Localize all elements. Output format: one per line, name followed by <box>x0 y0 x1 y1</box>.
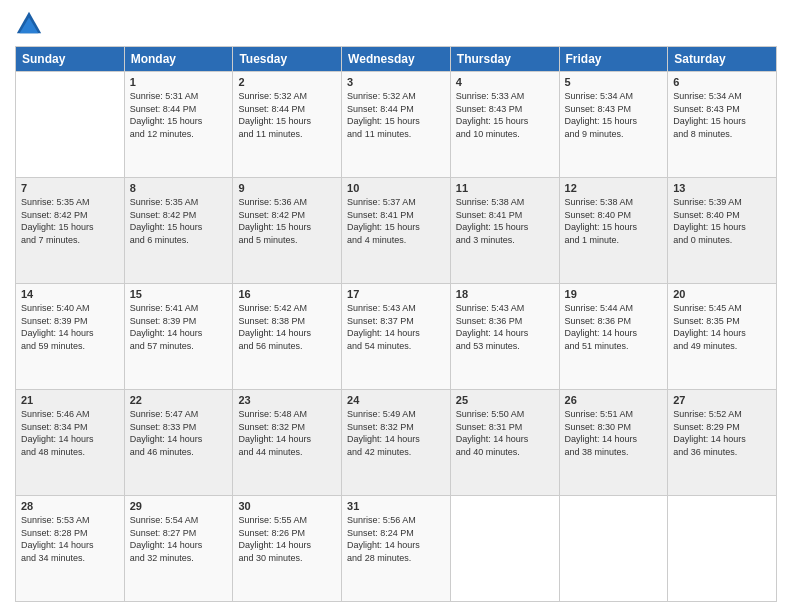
day-number: 27 <box>673 394 771 406</box>
week-row-1: 7Sunrise: 5:35 AM Sunset: 8:42 PM Daylig… <box>16 178 777 284</box>
calendar-cell: 4Sunrise: 5:33 AM Sunset: 8:43 PM Daylig… <box>450 72 559 178</box>
cell-content: Sunrise: 5:34 AM Sunset: 8:43 PM Dayligh… <box>565 90 663 140</box>
day-number: 13 <box>673 182 771 194</box>
cell-content: Sunrise: 5:40 AM Sunset: 8:39 PM Dayligh… <box>21 302 119 352</box>
header-cell-sunday: Sunday <box>16 47 125 72</box>
calendar-cell: 7Sunrise: 5:35 AM Sunset: 8:42 PM Daylig… <box>16 178 125 284</box>
day-number: 7 <box>21 182 119 194</box>
cell-content: Sunrise: 5:56 AM Sunset: 8:24 PM Dayligh… <box>347 514 445 564</box>
day-number: 15 <box>130 288 228 300</box>
cell-content: Sunrise: 5:42 AM Sunset: 8:38 PM Dayligh… <box>238 302 336 352</box>
calendar-cell: 29Sunrise: 5:54 AM Sunset: 8:27 PM Dayli… <box>124 496 233 602</box>
calendar-cell: 20Sunrise: 5:45 AM Sunset: 8:35 PM Dayli… <box>668 284 777 390</box>
header-cell-thursday: Thursday <box>450 47 559 72</box>
calendar-cell: 10Sunrise: 5:37 AM Sunset: 8:41 PM Dayli… <box>342 178 451 284</box>
day-number: 8 <box>130 182 228 194</box>
day-number: 11 <box>456 182 554 194</box>
calendar-cell: 23Sunrise: 5:48 AM Sunset: 8:32 PM Dayli… <box>233 390 342 496</box>
cell-content: Sunrise: 5:55 AM Sunset: 8:26 PM Dayligh… <box>238 514 336 564</box>
cell-content: Sunrise: 5:47 AM Sunset: 8:33 PM Dayligh… <box>130 408 228 458</box>
cell-content: Sunrise: 5:35 AM Sunset: 8:42 PM Dayligh… <box>21 196 119 246</box>
day-number: 31 <box>347 500 445 512</box>
day-number: 4 <box>456 76 554 88</box>
calendar-cell: 26Sunrise: 5:51 AM Sunset: 8:30 PM Dayli… <box>559 390 668 496</box>
header-row: SundayMondayTuesdayWednesdayThursdayFrid… <box>16 47 777 72</box>
logo <box>15 10 47 38</box>
day-number: 29 <box>130 500 228 512</box>
header <box>15 10 777 38</box>
day-number: 23 <box>238 394 336 406</box>
calendar-cell <box>16 72 125 178</box>
calendar-cell: 24Sunrise: 5:49 AM Sunset: 8:32 PM Dayli… <box>342 390 451 496</box>
calendar-cell: 11Sunrise: 5:38 AM Sunset: 8:41 PM Dayli… <box>450 178 559 284</box>
calendar-cell: 6Sunrise: 5:34 AM Sunset: 8:43 PM Daylig… <box>668 72 777 178</box>
calendar-cell: 5Sunrise: 5:34 AM Sunset: 8:43 PM Daylig… <box>559 72 668 178</box>
day-number: 24 <box>347 394 445 406</box>
calendar-cell: 19Sunrise: 5:44 AM Sunset: 8:36 PM Dayli… <box>559 284 668 390</box>
day-number: 10 <box>347 182 445 194</box>
cell-content: Sunrise: 5:38 AM Sunset: 8:41 PM Dayligh… <box>456 196 554 246</box>
calendar-cell: 14Sunrise: 5:40 AM Sunset: 8:39 PM Dayli… <box>16 284 125 390</box>
day-number: 22 <box>130 394 228 406</box>
cell-content: Sunrise: 5:41 AM Sunset: 8:39 PM Dayligh… <box>130 302 228 352</box>
calendar-cell: 27Sunrise: 5:52 AM Sunset: 8:29 PM Dayli… <box>668 390 777 496</box>
day-number: 2 <box>238 76 336 88</box>
calendar-cell: 2Sunrise: 5:32 AM Sunset: 8:44 PM Daylig… <box>233 72 342 178</box>
cell-content: Sunrise: 5:38 AM Sunset: 8:40 PM Dayligh… <box>565 196 663 246</box>
calendar-cell: 12Sunrise: 5:38 AM Sunset: 8:40 PM Dayli… <box>559 178 668 284</box>
week-row-4: 28Sunrise: 5:53 AM Sunset: 8:28 PM Dayli… <box>16 496 777 602</box>
cell-content: Sunrise: 5:46 AM Sunset: 8:34 PM Dayligh… <box>21 408 119 458</box>
day-number: 16 <box>238 288 336 300</box>
header-cell-saturday: Saturday <box>668 47 777 72</box>
cell-content: Sunrise: 5:35 AM Sunset: 8:42 PM Dayligh… <box>130 196 228 246</box>
day-number: 1 <box>130 76 228 88</box>
day-number: 5 <box>565 76 663 88</box>
cell-content: Sunrise: 5:54 AM Sunset: 8:27 PM Dayligh… <box>130 514 228 564</box>
calendar-cell: 8Sunrise: 5:35 AM Sunset: 8:42 PM Daylig… <box>124 178 233 284</box>
calendar-cell <box>668 496 777 602</box>
day-number: 28 <box>21 500 119 512</box>
day-number: 9 <box>238 182 336 194</box>
calendar-cell: 15Sunrise: 5:41 AM Sunset: 8:39 PM Dayli… <box>124 284 233 390</box>
calendar-cell: 25Sunrise: 5:50 AM Sunset: 8:31 PM Dayli… <box>450 390 559 496</box>
calendar-cell: 22Sunrise: 5:47 AM Sunset: 8:33 PM Dayli… <box>124 390 233 496</box>
calendar-cell: 17Sunrise: 5:43 AM Sunset: 8:37 PM Dayli… <box>342 284 451 390</box>
calendar-cell: 21Sunrise: 5:46 AM Sunset: 8:34 PM Dayli… <box>16 390 125 496</box>
calendar-cell: 1Sunrise: 5:31 AM Sunset: 8:44 PM Daylig… <box>124 72 233 178</box>
day-number: 19 <box>565 288 663 300</box>
page: SundayMondayTuesdayWednesdayThursdayFrid… <box>0 0 792 612</box>
cell-content: Sunrise: 5:31 AM Sunset: 8:44 PM Dayligh… <box>130 90 228 140</box>
header-cell-monday: Monday <box>124 47 233 72</box>
cell-content: Sunrise: 5:49 AM Sunset: 8:32 PM Dayligh… <box>347 408 445 458</box>
calendar-table: SundayMondayTuesdayWednesdayThursdayFrid… <box>15 46 777 602</box>
cell-content: Sunrise: 5:44 AM Sunset: 8:36 PM Dayligh… <box>565 302 663 352</box>
cell-content: Sunrise: 5:48 AM Sunset: 8:32 PM Dayligh… <box>238 408 336 458</box>
day-number: 21 <box>21 394 119 406</box>
cell-content: Sunrise: 5:45 AM Sunset: 8:35 PM Dayligh… <box>673 302 771 352</box>
day-number: 17 <box>347 288 445 300</box>
header-cell-friday: Friday <box>559 47 668 72</box>
cell-content: Sunrise: 5:33 AM Sunset: 8:43 PM Dayligh… <box>456 90 554 140</box>
day-number: 26 <box>565 394 663 406</box>
calendar-header: SundayMondayTuesdayWednesdayThursdayFrid… <box>16 47 777 72</box>
cell-content: Sunrise: 5:53 AM Sunset: 8:28 PM Dayligh… <box>21 514 119 564</box>
day-number: 14 <box>21 288 119 300</box>
day-number: 6 <box>673 76 771 88</box>
logo-icon <box>15 10 43 38</box>
day-number: 3 <box>347 76 445 88</box>
calendar-cell: 16Sunrise: 5:42 AM Sunset: 8:38 PM Dayli… <box>233 284 342 390</box>
week-row-3: 21Sunrise: 5:46 AM Sunset: 8:34 PM Dayli… <box>16 390 777 496</box>
calendar-body: 1Sunrise: 5:31 AM Sunset: 8:44 PM Daylig… <box>16 72 777 602</box>
cell-content: Sunrise: 5:43 AM Sunset: 8:36 PM Dayligh… <box>456 302 554 352</box>
calendar-cell: 18Sunrise: 5:43 AM Sunset: 8:36 PM Dayli… <box>450 284 559 390</box>
cell-content: Sunrise: 5:52 AM Sunset: 8:29 PM Dayligh… <box>673 408 771 458</box>
cell-content: Sunrise: 5:50 AM Sunset: 8:31 PM Dayligh… <box>456 408 554 458</box>
cell-content: Sunrise: 5:32 AM Sunset: 8:44 PM Dayligh… <box>347 90 445 140</box>
day-number: 25 <box>456 394 554 406</box>
week-row-2: 14Sunrise: 5:40 AM Sunset: 8:39 PM Dayli… <box>16 284 777 390</box>
header-cell-wednesday: Wednesday <box>342 47 451 72</box>
day-number: 12 <box>565 182 663 194</box>
header-cell-tuesday: Tuesday <box>233 47 342 72</box>
day-number: 20 <box>673 288 771 300</box>
cell-content: Sunrise: 5:51 AM Sunset: 8:30 PM Dayligh… <box>565 408 663 458</box>
